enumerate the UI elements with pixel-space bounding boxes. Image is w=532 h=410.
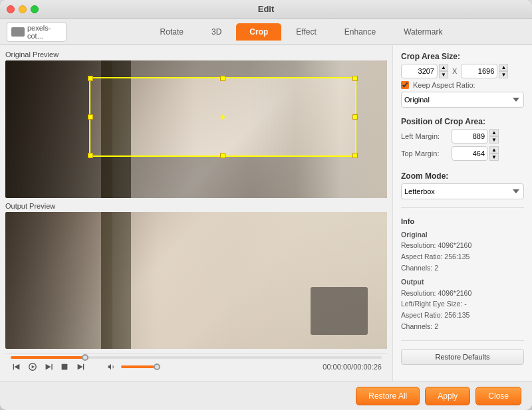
zoom-title: Zoom Mode: xyxy=(401,171,524,181)
play-button[interactable] xyxy=(27,361,39,373)
volume-button[interactable] xyxy=(105,361,117,373)
traffic-lights xyxy=(7,5,39,13)
divider-1 xyxy=(401,207,524,208)
output-preview-image xyxy=(5,212,387,350)
skip-forward-button[interactable] xyxy=(74,361,86,373)
tab-watermark[interactable]: Watermark xyxy=(390,23,456,41)
width-wrapper: ▲ ▼ xyxy=(401,64,448,78)
restore-all-button[interactable]: Restore All xyxy=(356,387,420,405)
volume-slider[interactable] xyxy=(121,365,154,368)
left-margin-wrapper: ▲ ▼ xyxy=(452,129,499,144)
original-preview-label: Original Preview xyxy=(5,51,387,58)
tab-rotate[interactable]: Rotate xyxy=(147,23,197,41)
top-margin-up[interactable]: ▲ xyxy=(489,146,499,154)
width-up[interactable]: ▲ xyxy=(439,64,448,71)
left-margin-label: Left Margin: xyxy=(401,132,448,140)
left-margin-input[interactable] xyxy=(452,129,488,144)
apply-button[interactable]: Apply xyxy=(425,387,470,405)
time-display: 00:00:00/00:00:26 xyxy=(323,363,382,371)
original-resolution: Resolution: 4096*2160 xyxy=(401,240,524,251)
tab-bar: pexels-cot... Rotate 3D Crop Effect Enha… xyxy=(0,19,532,45)
next-frame-button[interactable] xyxy=(43,361,55,373)
tab-enhance[interactable]: Enhance xyxy=(331,23,389,41)
height-down[interactable]: ▼ xyxy=(499,71,508,78)
left-margin-down[interactable]: ▼ xyxy=(489,136,499,144)
output-room-background xyxy=(5,212,387,350)
progress-fill xyxy=(11,356,85,359)
aspect-ratio-row: Keep Aspect Ratio: xyxy=(401,81,524,89)
window-title: Edit xyxy=(258,4,275,14)
height-input[interactable] xyxy=(461,64,497,78)
tab-3d[interactable]: 3D xyxy=(198,23,235,41)
output-info-title: Output xyxy=(401,276,524,288)
right-panel: Crop Area Size: ▲ ▼ X ▲ ▼ xyxy=(392,45,532,381)
original-aspect: Aspect Ratio: 256:135 xyxy=(401,251,524,262)
file-name: pexels-cot... xyxy=(27,24,62,40)
svg-rect-1 xyxy=(62,364,68,370)
position-title: Position of Crop Area: xyxy=(401,117,524,126)
maximize-button[interactable] xyxy=(31,5,39,13)
left-margin-spinners: ▲ ▼ xyxy=(489,129,499,144)
top-margin-down[interactable]: ▼ xyxy=(489,154,499,161)
crop-size-row: ▲ ▼ X ▲ ▼ xyxy=(401,64,524,78)
file-thumbnail: pexels-cot... xyxy=(7,22,66,42)
close-button[interactable] xyxy=(7,5,15,13)
tab-effect[interactable]: Effect xyxy=(283,23,329,41)
top-margin-wrapper: ▲ ▼ xyxy=(452,146,499,161)
file-icon xyxy=(11,27,25,37)
progress-thumb[interactable] xyxy=(82,354,88,361)
crop-area-section: Crop Area Size: ▲ ▼ X ▲ ▼ xyxy=(401,52,524,108)
original-info-title: Original xyxy=(401,229,524,241)
height-spinners: ▲ ▼ xyxy=(499,64,508,78)
stop-button[interactable] xyxy=(59,361,70,373)
info-title: Info xyxy=(401,216,524,228)
close-button[interactable]: Close xyxy=(475,387,521,405)
tab-crop[interactable]: Crop xyxy=(236,23,281,41)
progress-bar[interactable] xyxy=(11,356,382,359)
position-section: Position of Crop Area: Left Margin: ▲ ▼ … xyxy=(401,117,524,163)
zoom-mode-select[interactable]: Letterbox Pan & Scan Full xyxy=(401,183,524,199)
skip-back-button[interactable] xyxy=(11,361,23,373)
top-margin-input[interactable] xyxy=(452,146,488,161)
title-bar: Edit xyxy=(0,0,532,19)
minimize-button[interactable] xyxy=(19,5,27,13)
crop-area-title: Crop Area Size: xyxy=(401,52,524,61)
height-up[interactable]: ▲ xyxy=(499,64,508,71)
x-separator: X xyxy=(452,67,457,75)
controls-row: 00:00:00/00:00:26 xyxy=(11,361,382,373)
restore-defaults-button[interactable]: Restore Defaults xyxy=(401,349,524,365)
tab-list: Rotate 3D Crop Effect Enhance Watermark xyxy=(77,23,525,41)
divider-2 xyxy=(401,340,524,341)
main-window: Edit pexels-cot... Rotate 3D Crop Effect… xyxy=(0,0,532,410)
original-channels: Channels: 2 xyxy=(401,262,524,274)
width-down[interactable]: ▼ xyxy=(439,71,448,78)
output-preview-section: Output Preview xyxy=(5,202,387,350)
original-preview-box[interactable]: + xyxy=(5,60,387,198)
keep-aspect-label: Keep Aspect Ratio: xyxy=(413,81,475,89)
keep-aspect-checkbox[interactable] xyxy=(401,81,409,89)
original-preview-image: + xyxy=(5,60,387,198)
bottom-bar: Restore All Apply Close xyxy=(0,381,532,410)
original-preview-section: Original Preview xyxy=(5,51,387,198)
info-section: Info Original Resolution: 4096*2160 Aspe… xyxy=(401,216,524,332)
room-background xyxy=(5,60,387,198)
output-preview-box xyxy=(5,212,387,350)
width-spinners: ▲ ▼ xyxy=(439,64,448,78)
top-margin-row: Top Margin: ▲ ▼ xyxy=(401,146,524,161)
aspect-ratio-select[interactable]: Original 16:9 4:3 1:1 xyxy=(401,92,524,108)
output-preview-label: Output Preview xyxy=(5,202,387,210)
main-content: Original Preview xyxy=(0,45,532,381)
left-margin-row: Left Margin: ▲ ▼ xyxy=(401,129,524,144)
preview-area: Original Preview xyxy=(0,45,392,381)
output-aspect: Aspect Ratio: 256:135 xyxy=(401,310,524,321)
video-controls: 00:00:00/00:00:26 xyxy=(5,353,387,375)
output-channels: Channels: 2 xyxy=(401,321,524,332)
output-eye-size: Left/Right Eye Size: - xyxy=(401,298,524,310)
output-resolution: Resolution: 4096*2160 xyxy=(401,288,524,299)
height-wrapper: ▲ ▼ xyxy=(461,64,508,78)
left-margin-up[interactable]: ▲ xyxy=(489,129,499,136)
width-input[interactable] xyxy=(401,64,438,78)
top-margin-label: Top Margin: xyxy=(401,150,448,157)
zoom-section: Zoom Mode: Letterbox Pan & Scan Full xyxy=(401,171,524,199)
top-margin-spinners: ▲ ▼ xyxy=(489,146,499,161)
